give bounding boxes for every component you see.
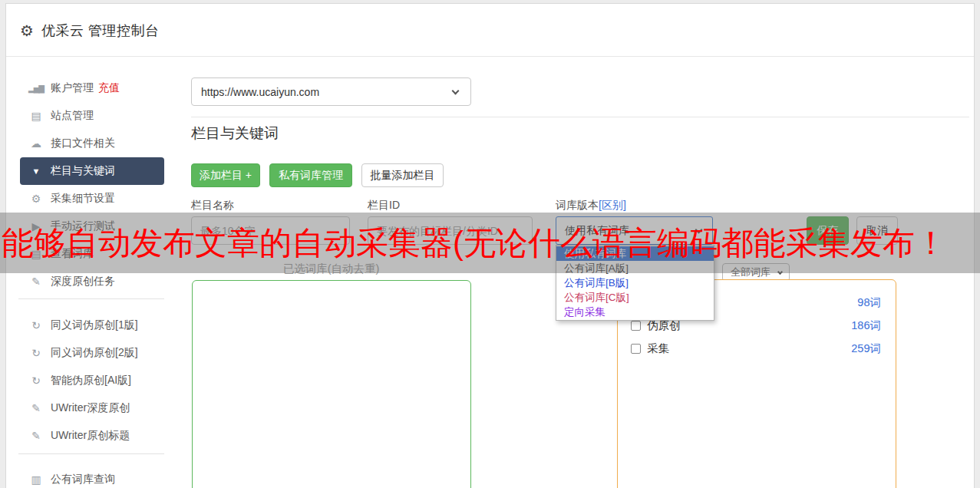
sidebar-item-interface-files[interactable]: ☁ 接口文件相关 [20, 130, 164, 157]
dropdown-option-directed[interactable]: 定向采集 [556, 305, 714, 319]
dropdown-option-public-c[interactable]: 公有词库[C版] [556, 290, 714, 305]
cloud-upload-icon: ☁ [28, 137, 45, 150]
sidebar-item-label: 智能伪原创[AI版] [51, 374, 131, 387]
thesaurus-word-count: 186词 [851, 318, 881, 333]
book-icon: ▥ [28, 473, 45, 486]
sidebar-item-label: 深度原创任务 [51, 275, 115, 289]
selected-thesaurus-box[interactable] [192, 280, 471, 488]
thesaurus-checkbox[interactable] [631, 344, 641, 354]
column-id-label: 栏目ID [368, 199, 400, 213]
sidebar-nav-rewrite: ↻ 同义词伪原创[1版] ↻ 同义词伪原创[2版] ↻ 智能伪原创[AI版] ✎… [20, 312, 164, 450]
recharge-link[interactable]: 充值 [98, 81, 120, 95]
private-thesaurus-button[interactable]: 私有词库管理 [269, 163, 352, 187]
sidebar-item-label: 栏目与关键词 [51, 164, 115, 178]
sidebar-item-columns-keywords[interactable]: ▼ 栏目与关键词 [20, 157, 164, 185]
chevron-down-icon [452, 87, 460, 95]
column-name-label: 栏目名称 [191, 199, 234, 213]
refresh-icon: ↻ [28, 347, 45, 359]
top-header: ⚙ 优采云 管理控制台 [6, 4, 974, 57]
thesaurus-version-label: 词库版本[区别] [556, 199, 626, 213]
edit-icon: ✎ [28, 275, 45, 288]
edit-icon: ✎ [28, 402, 45, 414]
gears-icon: ⚙ [28, 193, 45, 205]
sidebar-nav-query: ▥ 公有词库查询 [20, 466, 164, 488]
thesaurus-row-label: 采集 [647, 341, 851, 356]
thesaurus-row: 采集 259词 [618, 337, 896, 360]
sidebar-item-synonym-2[interactable]: ↻ 同义词伪原创[2版] [20, 339, 164, 367]
sidebar-item-label: UWriter原创标题 [51, 429, 130, 443]
sidebar-item-label: 接口文件相关 [51, 137, 115, 150]
sidebar-item-label: 公有词库查询 [51, 473, 115, 486]
sidebar-divider [18, 453, 164, 454]
sidebar-divider [18, 298, 164, 299]
sidebar-item-uwriter-title[interactable]: ✎ UWriter原创标题 [20, 422, 164, 450]
site-select[interactable]: https://www.ucaiyun.com [191, 77, 471, 106]
content-divider [191, 117, 969, 117]
app-title: 优采云 管理控制台 [41, 21, 160, 40]
watermark-band [0, 213, 980, 273]
sidebar-item-public-thesaurus-query[interactable]: ▥ 公有词库查询 [20, 466, 164, 488]
sidebar-item-account[interactable]: ▂▅▇ 账户管理 充值 [20, 74, 164, 102]
server-icon: ▤ [28, 110, 45, 122]
page-title: 栏目与关键词 [191, 124, 279, 143]
refresh-icon: ↻ [28, 374, 45, 387]
edit-icon: ✎ [28, 430, 45, 442]
sidebar-item-sites[interactable]: ▤ 站点管理 [20, 102, 164, 130]
site-select-value: https://www.ucaiyun.com [201, 86, 319, 98]
sidebar-item-label: 采集细节设置 [51, 192, 115, 206]
bar-chart-icon: ▂▅▇ [28, 84, 45, 93]
sidebar-item-uwriter-deep[interactable]: ✎ UWriter深度原创 [20, 394, 164, 422]
sidebar-item-label: 同义词伪原创[2版] [51, 346, 138, 360]
sidebar-item-label: UWriter深度原创 [51, 401, 130, 415]
sidebar-item-label: 同义词伪原创[1版] [51, 318, 138, 332]
funnel-icon: ▼ [28, 167, 45, 176]
thesaurus-word-count: 259词 [851, 341, 881, 356]
version-diff-link[interactable]: [区别] [599, 199, 626, 211]
thesaurus-word-count: 98词 [857, 295, 881, 310]
gear-icon: ⚙ [20, 23, 34, 38]
sidebar-item-synonym-1[interactable]: ↻ 同义词伪原创[1版] [20, 312, 164, 339]
thesaurus-checkbox[interactable] [631, 321, 641, 331]
sidebar-item-ai-rewrite[interactable]: ↻ 智能伪原创[AI版] [20, 367, 164, 394]
sidebar-item-collect-settings[interactable]: ⚙ 采集细节设置 [20, 185, 164, 213]
add-column-button[interactable]: 添加栏目 + [191, 163, 260, 187]
thesaurus-version-text: 词库版本 [556, 199, 599, 211]
dropdown-option-public-b[interactable]: 公有词库[B版] [556, 275, 714, 290]
sidebar-item-label: 站点管理 [51, 109, 94, 123]
batch-add-button[interactable]: 批量添加栏目 [361, 163, 444, 187]
refresh-icon: ↻ [28, 319, 45, 331]
sidebar-item-label: 账户管理 [51, 81, 94, 95]
